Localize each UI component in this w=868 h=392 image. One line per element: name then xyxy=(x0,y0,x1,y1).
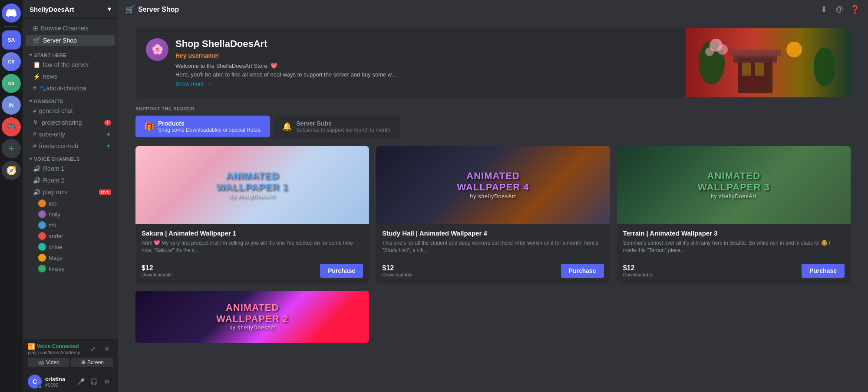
channel-about[interactable]: # 🐾about-christina xyxy=(26,83,115,94)
voice-username-holly: holly xyxy=(49,211,60,218)
user-name: cristina xyxy=(45,376,71,382)
product-name-wallpaper4: Study Hall | Animated Wallpaper 4 xyxy=(382,229,604,237)
voice-expand-btn[interactable]: ⤢ xyxy=(87,343,99,355)
channel-icon-general: # xyxy=(33,107,36,114)
product-type-wallpaper4: Downloadable xyxy=(382,272,413,277)
voice-user-mags[interactable]: m Mags xyxy=(26,252,115,263)
screen-icon: 🖥 xyxy=(80,359,86,365)
tab-products[interactable]: 🎁 Products Snag some Downloadables or sp… xyxy=(135,116,270,137)
channel-projects[interactable]: 🎙 project-sharing 1 xyxy=(26,117,115,128)
channel-name-projects: project-sharing xyxy=(42,119,102,126)
voice-video-btn[interactable]: 📹 Video xyxy=(28,358,69,367)
server-header-chevron: ▾ xyxy=(108,5,111,13)
purchase-btn-wallpaper3[interactable]: Purchase xyxy=(802,264,845,278)
channel-icon-freelancer: # xyxy=(33,143,36,149)
server-icon-5[interactable]: 🎮 xyxy=(2,117,21,136)
product-image-wallpaper1: ANIMATEDWALLPAPER 1by shellyDoesArt xyxy=(135,146,369,224)
section-header-hangouts[interactable]: ▾ HANGOUTS xyxy=(23,96,118,105)
inbox-btn[interactable]: @ xyxy=(833,3,845,16)
server-header[interactable]: ShellyDoesArt ▾ xyxy=(23,0,118,19)
user-status-indicator xyxy=(38,385,42,389)
voice-screen-btn[interactable]: 🖥 Screen xyxy=(71,358,113,367)
server-icon-3[interactable]: GS xyxy=(2,74,21,93)
voice-room1[interactable]: 🔊 Room 1 xyxy=(26,163,115,174)
product-type-wallpaper1: Downloadable xyxy=(142,272,172,277)
voice-connected-info: 📶 Voice Connected play-runs/Indie Academ… xyxy=(28,343,80,355)
product-desc-wallpaper4: This one's for all the student and deep … xyxy=(382,239,604,254)
voice-avatar-kinsey: k xyxy=(38,265,46,272)
product-image-wallpaper2: ANIMATEDWALLPAPER 2by shellyDoesArt xyxy=(135,291,369,343)
voice-user-chloe[interactable]: c chloe xyxy=(26,242,115,252)
section-chevron: ▾ xyxy=(30,52,33,58)
voice-avatar-ander: a xyxy=(38,232,46,240)
product-desc-wallpaper3: Summer's almost over all it's still rain… xyxy=(623,239,845,254)
browse-channels-item[interactable]: ⊞ Browse Channels xyxy=(26,23,115,34)
add-server-icon[interactable]: + xyxy=(2,139,21,158)
voice-user-zhi[interactable]: z zhi xyxy=(26,220,115,230)
voice-user-holly[interactable]: h holly xyxy=(26,209,115,219)
user-panel: C cristina #0000 🎤 🎧 ⚙ xyxy=(23,371,118,392)
product-name-wallpaper3: Terrain | Animated Wallpaper 3 xyxy=(623,229,845,237)
channel-news[interactable]: ⚡ news xyxy=(26,71,115,82)
support-section: SUPPORT THE SERVER 🎁 Products Snag some … xyxy=(135,106,851,137)
server-shop-icon: 🛒 xyxy=(33,37,40,44)
discord-home-icon[interactable] xyxy=(2,3,21,23)
shop-banner-left: 🌸 Shop ShellaDoesArt Hey username! Welco… xyxy=(135,28,686,97)
purchase-btn-wallpaper1[interactable]: Purchase xyxy=(320,264,363,278)
server-icon-4[interactable]: IN xyxy=(2,96,21,115)
product-overlay-wallpaper1: ANIMATEDWALLPAPER 1by shellyDoesArt xyxy=(216,170,288,199)
channel-icon-law: 📋 xyxy=(33,61,40,68)
deafen-btn[interactable]: 🎧 xyxy=(88,375,100,388)
voice-user-ander[interactable]: a ander xyxy=(26,231,115,241)
section-start-here: ▾ START HERE 📋 law-of-the-server ⚡ news … xyxy=(23,50,118,94)
shop-title: Shop ShellaDoesArt xyxy=(175,38,675,50)
channel-law[interactable]: 📋 law-of-the-server xyxy=(26,59,115,70)
product-pricing-wallpaper1: $12 Downloadable xyxy=(142,264,172,277)
voice-disconnect-btn[interactable]: ✕ xyxy=(101,343,113,355)
channel-name-law: law-of-the-server xyxy=(43,61,111,68)
channel-icon-about: # xyxy=(33,85,36,92)
download-btn[interactable]: ⬇ xyxy=(818,3,830,16)
server-subs-icon: 🔔 xyxy=(282,122,292,131)
channel-general[interactable]: # general-chat xyxy=(26,105,115,116)
channel-icon-subs: # xyxy=(33,131,36,138)
voice-play-runs[interactable]: 🔊 play runs LIVE xyxy=(26,186,115,198)
tab-server-subs[interactable]: 🔔 Server Subs Subscribe to support me mo… xyxy=(274,116,400,137)
product-name-wallpaper1: Sakura | Animated Wallpaper 1 xyxy=(142,229,363,237)
server-icon-divider xyxy=(4,26,18,27)
svg-point-6 xyxy=(814,47,835,86)
shop-avatar: 🌸 xyxy=(146,38,168,61)
server-icon-list: SA CS GS IN 🎮 + 🧭 xyxy=(0,0,23,392)
server-subs-tab-text: Server Subs Subscribe to support me mont… xyxy=(296,120,392,133)
voice-user-kinsey[interactable]: k kinsey xyxy=(26,263,115,274)
section-label: START HERE xyxy=(34,53,66,58)
settings-btn[interactable]: ⚙ xyxy=(101,375,113,388)
channel-freelancer[interactable]: # freelancer-hub ✦ xyxy=(26,140,115,152)
product-footer-wallpaper1: $12 Downloadable Purchase xyxy=(135,259,369,284)
server-shop-item[interactable]: 🛒 Server Shop xyxy=(26,35,115,46)
channel-subs[interactable]: # subs-only ✦ xyxy=(26,129,115,140)
product-overlay-wallpaper2: ANIMATEDWALLPAPER 2by shellyDoesArt xyxy=(216,302,288,331)
voice-user-tobi[interactable]: t tobi xyxy=(26,198,115,209)
voice-room2[interactable]: 🔊 Room 2 xyxy=(26,175,115,186)
products-tab-label: Products xyxy=(158,120,261,127)
server-icon-2[interactable]: CS xyxy=(2,52,21,71)
product-grid: ANIMATEDWALLPAPER 1by shellyDoesArt Saku… xyxy=(135,146,851,343)
product-pricing-wallpaper3: $12 Downloadable xyxy=(623,264,653,277)
section-header-voice[interactable]: ▾ VOICE CHANNELS xyxy=(23,153,118,163)
discover-icon[interactable]: 🧭 xyxy=(2,161,21,180)
server-name: ShellyDoesArt xyxy=(30,6,74,13)
help-btn[interactable]: ❓ xyxy=(849,3,861,16)
mute-btn[interactable]: 🎤 xyxy=(75,375,87,388)
channel-name-freelancer: freelancer-hub xyxy=(39,143,103,149)
product-overlay-wallpaper4: ANIMATEDWALLPAPER 4by shellyDoesArt xyxy=(457,170,529,199)
purchase-btn-wallpaper4[interactable]: Purchase xyxy=(561,264,604,278)
voice-icon-play: 🔊 xyxy=(33,189,40,196)
voice-name-room2: Room 2 xyxy=(43,177,111,184)
support-label: SUPPORT THE SERVER xyxy=(135,106,851,111)
show-more-link[interactable]: Show more → xyxy=(175,80,211,87)
server-icon-shelly[interactable]: SA xyxy=(2,30,21,50)
svg-point-9 xyxy=(705,47,714,56)
shop-banner: 🌸 Shop ShellaDoesArt Hey username! Welco… xyxy=(135,28,851,97)
section-header-start-here[interactable]: ▾ START HERE xyxy=(23,50,118,59)
